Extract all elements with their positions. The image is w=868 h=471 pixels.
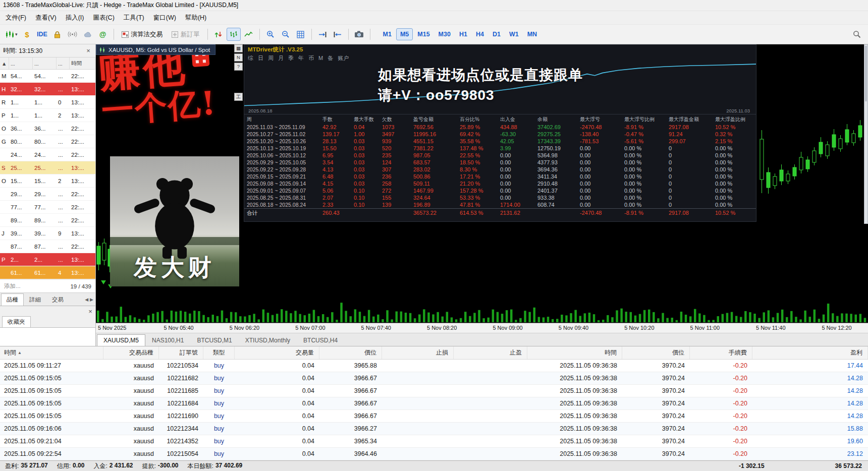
timeframe-m5[interactable]: M5 — [396, 28, 413, 40]
menu-charts[interactable]: 圖表(C) — [88, 12, 119, 24]
chart-tab-xauusd-m5[interactable]: XAUUSD,M5 — [97, 334, 145, 346]
history-col-close-time[interactable]: 時間 — [527, 346, 622, 359]
history-row[interactable]: 2025.11.05 09:15:05xauusd102211684buy0.0… — [0, 397, 868, 410]
history-col-volume[interactable]: 交易量 — [235, 346, 319, 359]
market-watch-row[interactable]: 24...24......22:... — [0, 148, 95, 161]
chart-tab-btcusd-h4[interactable]: BTCUSD,H4 — [297, 334, 344, 346]
lock-button[interactable] — [50, 28, 65, 41]
menu-tools[interactable]: 工具(T) — [119, 12, 149, 24]
market-watch-row[interactable]: P2...2......13:... — [0, 253, 95, 266]
stats-tab-3[interactable]: 月 — [278, 54, 284, 62]
market-watch-row[interactable]: H32...32......13:... — [0, 83, 95, 96]
history-row[interactable]: 2025.11.05 09:15:05xauusd102211685buy0.0… — [0, 385, 868, 397]
panel-side-button-2[interactable]: ? — [234, 63, 243, 71]
market-watch-row[interactable]: O15...15...213:... — [0, 174, 95, 188]
stats-tab-5[interactable]: 年 — [298, 54, 304, 62]
shift-end-button[interactable] — [315, 28, 330, 41]
community-button[interactable]: @ — [96, 28, 110, 41]
stats-tab-7[interactable]: M — [318, 54, 323, 62]
menu-window[interactable]: 窗口(W) — [149, 12, 181, 24]
profit-button[interactable]: $ — [20, 28, 34, 41]
history-col-close-price[interactable]: 價位 — [622, 346, 690, 359]
history-row[interactable]: 2025.11.05 09:21:04xauusd102214352buy0.0… — [0, 435, 868, 448]
market-watch-row[interactable]: O36...36......22:... — [0, 122, 95, 135]
market-watch-row[interactable]: P1...1...213:... — [0, 109, 95, 122]
stats-tab-2[interactable]: 周 — [268, 54, 274, 62]
history-col-open-time[interactable]: 時間▲ — [0, 346, 103, 359]
menu-help[interactable]: 幫助(H) — [181, 12, 211, 24]
market-watch-row[interactable]: S25...25......13:... — [0, 161, 95, 174]
history-row[interactable]: 2025.11.05 09:15:05xauusd102211690buy0.0… — [0, 410, 868, 423]
market-watch-row[interactable]: R1...1...013:... — [0, 96, 95, 109]
timeframe-m1[interactable]: M1 — [379, 28, 396, 40]
trade-levels-button[interactable] — [211, 28, 226, 41]
chart-tab-btcusd-m1[interactable]: BTCUSD,M1 — [190, 334, 238, 346]
tab-favorites[interactable]: 收藏夾 — [2, 316, 31, 327]
stats-tab-8[interactable]: 备 — [328, 54, 333, 62]
new-order-button[interactable]: 新訂單 — [168, 28, 204, 41]
mw-col-header-0[interactable]: ▲ — [0, 57, 9, 69]
market-watch-tab-1[interactable]: 詳細 — [24, 293, 46, 306]
add-symbol-button[interactable]: 添加... — [4, 282, 21, 290]
history-col-stop-loss[interactable]: 止損 — [382, 346, 454, 359]
mw-col-header-2[interactable]: ... — [33, 57, 57, 69]
close-icon[interactable]: × — [84, 47, 92, 54]
signal-button[interactable] — [66, 28, 80, 41]
mw-col-header-4[interactable]: 時間 — [70, 57, 95, 69]
close-icon[interactable]: × — [86, 308, 94, 315]
timeframe-d1[interactable]: D1 — [489, 28, 505, 40]
scroll-left-icon[interactable]: ◀ — [85, 297, 88, 302]
history-row[interactable]: 2025.11.05 09:11:27xauusd102210534buy0.0… — [0, 360, 868, 372]
mw-col-header-3[interactable]: ... — [57, 57, 70, 69]
chart-area[interactable]: XAUUSD, M5: Gold vs US Dollar / Spot ▦N?… — [96, 44, 868, 323]
menu-file[interactable]: 文件(F) — [1, 12, 31, 24]
market-watch-row[interactable]: 77...77......22:... — [0, 201, 95, 214]
history-col-open-price[interactable]: 價位 — [319, 346, 382, 359]
zoom-out-button[interactable] — [279, 28, 293, 41]
new-chart-button[interactable]: ▾ — [4, 28, 19, 41]
market-watch-row[interactable]: 61...61...413:... — [0, 266, 95, 279]
cloud-button[interactable] — [81, 28, 95, 41]
panel-side-button-1[interactable]: N — [234, 53, 243, 62]
history-row[interactable]: 2025.11.05 09:16:06xauusd102212344buy0.0… — [0, 423, 868, 435]
screenshot-button[interactable] — [352, 28, 366, 41]
ide-button[interactable]: IDE — [35, 28, 49, 41]
stats-tab-4[interactable]: 季 — [288, 54, 294, 62]
history-row[interactable]: 2025.11.05 09:22:54xauusd102215054buy0.0… — [0, 448, 868, 460]
market-watch-row[interactable]: G80...80......22:... — [0, 135, 95, 148]
panel-side-button-0[interactable]: ▦ — [234, 44, 243, 52]
line-chart-button[interactable] — [242, 28, 256, 41]
menu-insert[interactable]: 插入(I) — [61, 12, 89, 24]
history-col-type[interactable]: 類型 — [203, 346, 235, 359]
history-col-commission[interactable]: 手續費 — [690, 346, 752, 359]
stats-tab-6[interactable]: 币 — [308, 54, 314, 62]
timeframe-w1[interactable]: W1 — [505, 28, 523, 40]
market-watch-row[interactable]: 29...29......22:... — [0, 188, 95, 201]
algo-trading-button[interactable]: 演算法交易 — [118, 28, 167, 41]
scroll-right-icon[interactable]: ▶ — [90, 297, 93, 302]
chart-tab-nas100-h1[interactable]: NAS100,H1 — [145, 334, 190, 346]
timeframe-h1[interactable]: H1 — [455, 28, 471, 40]
scrollbar-thumb[interactable] — [865, 46, 867, 101]
stats-tab-0[interactable]: 综 — [248, 54, 253, 62]
chart-tab-xtiusd-monthly[interactable]: XTIUSD,Monthly — [239, 334, 297, 346]
mw-col-header-1[interactable]: ... — [9, 57, 33, 69]
market-watch-row[interactable]: J39...39...913:... — [0, 227, 95, 240]
market-watch-row[interactable]: 89...89......22:... — [0, 214, 95, 227]
history-col-order-number[interactable]: 訂單號 — [159, 346, 203, 359]
history-col-take-profit[interactable]: 止盈 — [454, 346, 527, 359]
market-watch-tab-0[interactable]: 品種 — [1, 293, 24, 306]
stats-tab-9[interactable]: 账户 — [338, 54, 349, 62]
market-watch-tab-2[interactable]: 交易 — [46, 293, 69, 306]
menu-view[interactable]: 查看(V) — [31, 12, 61, 24]
history-col-symbol[interactable]: 交易品種 — [103, 346, 159, 359]
market-watch-row[interactable]: 87...87......22:... — [0, 240, 95, 253]
search-button[interactable] — [850, 28, 864, 41]
panel-side-button-3[interactable]: 工 — [234, 93, 243, 101]
bar-chart-button[interactable] — [227, 28, 241, 41]
stats-tab-1[interactable]: 日 — [258, 54, 263, 62]
shift-start-button[interactable] — [331, 28, 345, 41]
timeframe-m30[interactable]: M30 — [435, 28, 455, 40]
market-watch-row[interactable]: M54...54......22:... — [0, 70, 95, 83]
timeframe-m15[interactable]: M15 — [413, 28, 433, 40]
